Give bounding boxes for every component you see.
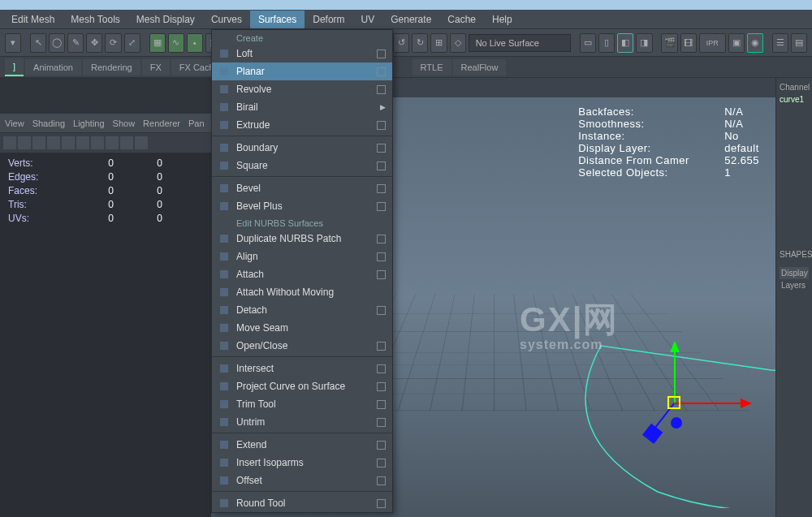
menu-item-extend[interactable]: Extend [212, 436, 392, 454]
tool-scale-icon[interactable]: ⤢ [124, 33, 140, 53]
menu-item-attach-without-moving[interactable]: Attach Without Moving [212, 283, 392, 301]
menu-curves[interactable]: Curves [203, 11, 250, 28]
tool-layout3-icon[interactable]: ◧ [617, 33, 633, 53]
option-box-icon[interactable] [377, 67, 386, 76]
menu-item-project-curve-on-surface[interactable]: Project Curve on Surface [212, 377, 392, 395]
tool-history2-icon[interactable]: ↻ [412, 33, 428, 53]
tool-render2-icon[interactable]: 🎞 [680, 33, 697, 53]
tool-live-icon[interactable]: ◇ [450, 33, 466, 53]
tool-snap-grid-icon[interactable]: ▦ [149, 33, 166, 53]
panel-mini-icon[interactable] [32, 136, 45, 149]
menu-item-detach[interactable]: Detach [212, 301, 392, 319]
axis-x-icon[interactable] [674, 403, 747, 404]
tool-snap-curve-icon[interactable]: ∿ [168, 33, 184, 53]
menu-item-attach[interactable]: Attach [212, 265, 392, 283]
tool-ipr-icon[interactable]: IPR [699, 33, 726, 53]
option-box-icon[interactable] [377, 306, 386, 315]
shelf-tab-rendering[interactable]: Rendering [83, 59, 140, 75]
option-box-icon[interactable] [377, 499, 386, 508]
menu-item-bevel-plus[interactable]: Bevel Plus [212, 197, 392, 215]
shelf-tab[interactable]: ] [5, 58, 24, 76]
axis-y-icon[interactable] [674, 346, 676, 403]
pivot-handle-icon[interactable] [667, 396, 680, 409]
option-box-icon[interactable] [377, 144, 386, 153]
live-surface-dropdown[interactable]: No Live Surface [469, 34, 572, 52]
layers-tab[interactable]: Layers [780, 279, 809, 291]
option-box-icon[interactable] [377, 50, 386, 58]
panel-renderer[interactable]: Renderer [143, 118, 180, 128]
option-box-icon[interactable] [377, 162, 386, 170]
menu-item-duplicate-nurbs-patch[interactable]: Duplicate NURBS Patch [212, 230, 392, 248]
menu-item-untrim[interactable]: Untrim [212, 413, 392, 431]
menu-item-extrude[interactable]: Extrude [212, 116, 392, 134]
option-box-icon[interactable] [377, 270, 386, 279]
menu-item-loft[interactable]: Loft [212, 45, 392, 62]
menu-item-revolve[interactable]: Revolve [212, 80, 392, 98]
tool-paint-icon[interactable]: ✎ [67, 33, 84, 53]
shelf-tab-rtle[interactable]: RTLE [412, 59, 451, 75]
panel-mini-icon[interactable] [135, 136, 148, 149]
tool-render-view-icon[interactable]: ◉ [747, 33, 763, 53]
option-box-icon[interactable] [377, 418, 386, 427]
menu-item-birail[interactable]: Birail▶ [212, 98, 392, 116]
menu-item-offset[interactable]: Offset [212, 472, 392, 489]
option-box-icon[interactable] [377, 476, 386, 485]
menu-item-boundary[interactable]: Boundary [212, 139, 392, 157]
menu-generate[interactable]: Generate [382, 11, 439, 28]
panel-mini-icon[interactable] [120, 136, 133, 149]
menu-uv[interactable]: UV [353, 11, 383, 28]
option-box-icon[interactable] [377, 459, 386, 467]
tool-panel2-icon[interactable]: ▤ [791, 33, 807, 53]
panel-mini-icon[interactable] [47, 136, 60, 149]
option-box-icon[interactable] [377, 184, 386, 193]
menu-item-planar[interactable]: Planar [212, 62, 392, 80]
option-box-icon[interactable] [377, 364, 386, 373]
menu-item-open-close[interactable]: Open/Close [212, 337, 392, 355]
menu-item-bevel[interactable]: Bevel [212, 179, 392, 197]
tool-rotate-icon[interactable]: ⟳ [105, 33, 121, 53]
tool-layout2-icon[interactable]: ▯ [598, 33, 615, 53]
tool-lasso-icon[interactable]: ◯ [49, 33, 65, 53]
option-box-icon[interactable] [377, 85, 386, 94]
panel-mini-icon[interactable] [106, 136, 119, 149]
display-tab[interactable]: Display [780, 267, 809, 279]
menu-help[interactable]: Help [484, 11, 520, 28]
shelf-tab-realflow[interactable]: RealFlow [453, 59, 507, 75]
menu-mesh-tools[interactable]: Mesh Tools [63, 11, 127, 28]
option-box-icon[interactable] [377, 202, 386, 211]
panel-shading[interactable]: Shading [32, 118, 65, 128]
tool-snap-point-icon[interactable]: • [187, 33, 203, 53]
menu-edit-mesh[interactable]: Edit Mesh [3, 11, 63, 28]
option-box-icon[interactable] [377, 400, 386, 409]
panel-mini-icon[interactable] [76, 136, 89, 149]
menu-item-round-tool[interactable]: Round Tool [212, 494, 392, 512]
menu-item-align[interactable]: Align [212, 248, 392, 265]
tool-panel1-icon[interactable]: ☰ [772, 33, 788, 53]
panel-mini-icon[interactable] [18, 136, 31, 149]
panel-lighting[interactable]: Lighting [73, 118, 105, 128]
menu-item-insert-isoparms[interactable]: Insert Isoparms [212, 454, 392, 472]
free-move-icon[interactable] [671, 417, 682, 429]
menu-mesh-display[interactable]: Mesh Display [128, 11, 203, 28]
panel-mini-icon[interactable] [3, 136, 16, 149]
panel-panels[interactable]: Pan [188, 118, 205, 128]
shelf-tab-animation[interactable]: Animation [25, 59, 81, 75]
option-box-icon[interactable] [377, 342, 386, 351]
option-box-icon[interactable] [377, 382, 386, 391]
panel-view[interactable]: View [5, 118, 24, 128]
menu-deform[interactable]: Deform [304, 11, 352, 28]
option-box-icon[interactable] [377, 235, 386, 243]
tool-select-icon[interactable]: ▾ [5, 33, 21, 53]
tool-render-icon[interactable]: 🎬 [661, 33, 677, 53]
menu-item-square[interactable]: Square [212, 157, 392, 174]
panel-mini-icon[interactable] [91, 136, 104, 149]
menu-item-intersect[interactable]: Intersect [212, 360, 392, 377]
menu-cache[interactable]: Cache [439, 11, 484, 28]
option-box-icon[interactable] [377, 252, 386, 261]
menu-surfaces[interactable]: Surfaces [250, 11, 304, 28]
tool-move-icon[interactable]: ✥ [86, 33, 102, 53]
tool-construction-icon[interactable]: ⊞ [430, 33, 447, 53]
shelf-tab-fx[interactable]: FX [142, 59, 170, 75]
tool-render3-icon[interactable]: ▣ [728, 33, 745, 53]
selected-object-name[interactable]: curve1 [780, 95, 809, 104]
